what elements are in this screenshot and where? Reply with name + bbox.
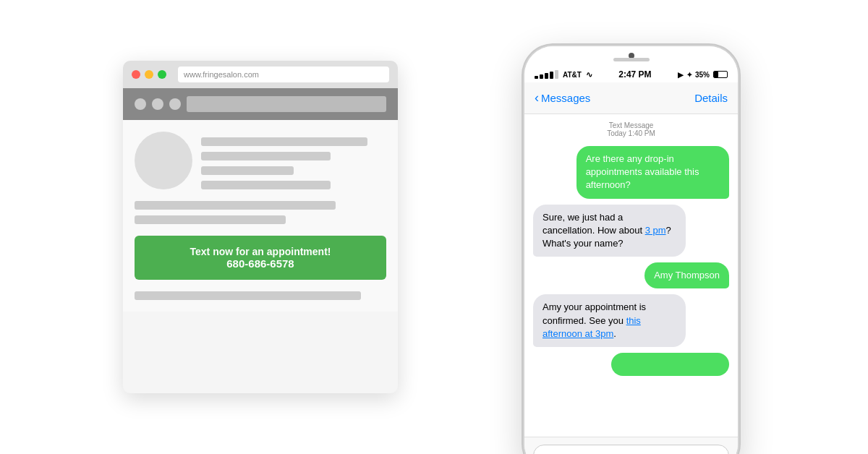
signal-dot-2 [540,74,543,79]
gray-bar-1 [135,201,336,210]
nav-bar [187,96,386,112]
content-lines [201,132,386,189]
browser-mockup: www.fringesalon.com [123,61,398,393]
browser-nav [123,88,398,120]
afternoon-link[interactable]: this afternoon at 3pm [542,315,641,339]
ios-nav-bar: ‹ Messages Details [524,82,738,114]
messages-area: Text MessageToday 1:40 PM Are there any … [524,114,738,437]
message-timestamp: Text MessageToday 1:40 PM [533,121,729,137]
cta-button[interactable]: Text now for an appointment! 680-686-657… [135,236,386,280]
location-icon: ▶ [678,71,684,79]
bottom-bar [135,291,361,300]
incoming-message-2: Amy your appointment is confirmed. See y… [533,294,686,347]
content-area [135,132,386,189]
browser-dot-green [158,70,166,79]
nav-circle-3 [169,98,181,110]
status-right: ▶ ✦ 35% [678,71,728,79]
signal-dot-4 [550,72,553,79]
wifi-icon: ∿ [586,70,592,80]
outgoing-message-1: Are there any drop-in appointments avail… [576,146,729,199]
nav-circle-2 [152,98,163,110]
browser-dot-red [132,70,140,79]
signal-dot-5 [555,70,558,79]
outgoing-message-2: Amy Thompson [644,262,729,288]
scene: www.fringesalon.com [109,39,760,415]
cta-line1: Text now for an appointment! [149,246,372,257]
messages-back-button[interactable]: ‹ Messages [535,92,590,104]
messages-wrapper: Are there any drop-in appointments avail… [533,146,729,376]
browser-titlebar: www.fringesalon.com [123,61,398,88]
gray-bar-2 [135,215,286,224]
browser-url-bar: www.fringesalon.com [178,67,389,82]
partial-outgoing-message [611,353,729,376]
messages-label: Messages [541,92,590,104]
incoming-message-1: Sure, we just had a cancellation. How ab… [533,205,686,257]
ios-status-bar: AT&T ∿ 2:47 PM ▶ ✦ 35% [524,67,738,82]
details-button[interactable]: Details [694,92,728,104]
signal-dot-3 [545,73,548,79]
iphone-speaker [613,58,650,61]
message-input[interactable] [533,445,729,455]
cta-line2: 680-686-6578 [149,257,372,270]
battery-label: 35% [695,71,710,79]
content-line-2 [201,152,331,160]
battery-icon [713,71,728,78]
iphone-bottom-bar [524,437,738,454]
browser-dot-yellow [145,70,153,79]
content-line-4 [201,181,331,189]
iphone-mockup: AT&T ∿ 2:47 PM ▶ ✦ 35% ‹ Messages Detail… [524,46,738,454]
iphone-top-bar [524,46,738,67]
bluetooth-icon: ✦ [686,71,692,79]
nav-circle-1 [135,98,146,110]
status-left: AT&T ∿ [535,70,592,80]
carrier-label: AT&T [563,71,582,79]
time-label: 2:47 PM [618,69,651,80]
below-content [135,201,386,224]
content-line-3 [201,166,294,175]
browser-url-text: www.fringesalon.com [184,70,259,79]
3pm-link[interactable]: 3 pm [645,225,666,236]
signal-dot-1 [535,76,538,79]
content-line-1 [201,137,367,146]
signal-dots [535,70,558,79]
avatar-circle [135,132,192,189]
back-chevron-icon: ‹ [535,91,539,104]
browser-content: Text now for an appointment! 680-686-657… [123,88,398,312]
